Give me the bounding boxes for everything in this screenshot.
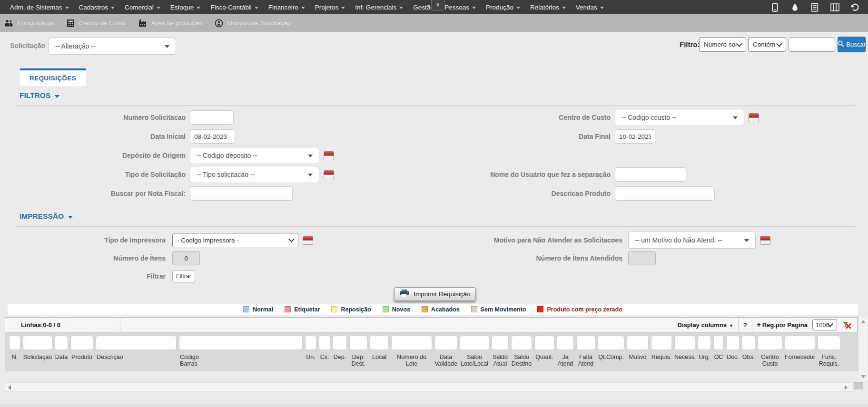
column-filter-input[interactable] — [305, 336, 316, 350]
column-filter-input[interactable] — [23, 336, 52, 350]
column-filter-input[interactable] — [557, 336, 574, 350]
menubar-item[interactable]: Inf. Gerenciais — [355, 4, 403, 11]
column-filter-input[interactable] — [333, 336, 347, 350]
filter-field-select[interactable]: Numero sol — [699, 37, 746, 52]
column-filter-input[interactable] — [713, 336, 724, 350]
horizontal-scrollbar[interactable] — [5, 382, 852, 392]
menubar-item[interactable]: Produção — [486, 4, 520, 11]
column-filter-input[interactable] — [576, 336, 595, 350]
column-filter-input[interactable] — [785, 336, 815, 350]
column-filter-input[interactable] — [598, 336, 624, 350]
printer-icon — [399, 289, 410, 299]
column-filter-input[interactable] — [651, 336, 672, 350]
column-filter-input[interactable] — [96, 336, 177, 350]
data-inicial-input[interactable] — [190, 129, 235, 144]
column-header-label: Codigo Barras — [179, 350, 207, 368]
column-filter-input[interactable] — [534, 336, 554, 350]
descricao-produto-input[interactable] — [615, 186, 715, 201]
filtros-section-header[interactable]: FILTROS — [20, 91, 59, 100]
calendar-icon[interactable] — [749, 113, 759, 122]
ink-drop-icon[interactable] — [790, 2, 799, 12]
numero-itens-atendidos-value — [628, 251, 656, 265]
column-filter-input[interactable] — [726, 336, 740, 350]
menubar-item[interactable]: Fisco-Contábil — [210, 4, 258, 11]
filter-field-value: Numero sol — [704, 41, 737, 48]
undo-icon[interactable] — [850, 2, 859, 12]
document-icon[interactable] — [810, 2, 819, 12]
menubar-items: Adm. de SistemasCadastrosComercialEstoqu… — [10, 4, 604, 11]
column-filter-input[interactable] — [349, 336, 367, 350]
column-filter-input[interactable] — [70, 336, 93, 350]
menubar-item[interactable]: Projetos — [315, 4, 345, 11]
buscar-button[interactable]: Buscar — [838, 37, 866, 52]
column-filter-input[interactable] — [319, 336, 330, 350]
calendar-icon[interactable] — [760, 236, 770, 245]
column-filter-input[interactable] — [391, 336, 432, 350]
collapse-caret-icon — [55, 95, 59, 98]
column-filter-input[interactable] — [9, 336, 20, 350]
menubar-item[interactable]: Gestão de Pessoas — [413, 4, 476, 11]
menubar-item[interactable]: Relatórios — [530, 4, 566, 11]
column-filter-input[interactable] — [511, 336, 532, 350]
help-button[interactable]: ? — [743, 321, 747, 329]
scroll-up-icon[interactable] — [861, 320, 866, 323]
quickbar-item[interactable]: Funcionários — [4, 19, 54, 27]
column-filter-input[interactable] — [460, 336, 489, 350]
menubar-item[interactable]: Financeiro — [268, 4, 305, 11]
calendar-icon[interactable] — [324, 170, 334, 179]
display-columns-button[interactable]: Display columns▼ — [678, 321, 733, 329]
column-filter-input[interactable] — [818, 336, 840, 350]
scroll-right-icon[interactable] — [845, 385, 848, 390]
column-filter-input[interactable] — [758, 336, 782, 350]
clear-filters-icon[interactable] — [842, 320, 851, 329]
filter-query-input[interactable] — [789, 37, 835, 52]
menu-expand-notch[interactable]: v — [431, 0, 444, 11]
filter-operator-select[interactable]: Contém — [748, 37, 786, 52]
columns-icon[interactable] — [830, 2, 839, 12]
legend-label: Novos — [392, 306, 410, 313]
menubar-item[interactable]: Estoque — [170, 4, 201, 11]
nome-usuario-input[interactable] — [615, 167, 686, 182]
scroll-left-icon[interactable] — [8, 385, 11, 390]
numero-solicitacao-input[interactable] — [190, 110, 234, 125]
imprimir-requisicao-button[interactable]: Imprimir Requisição — [394, 287, 476, 301]
tipo-solicitacao-label: Tipo de Solicitação — [0, 171, 186, 178]
column-filter-input[interactable] — [492, 336, 509, 350]
column-filter-input[interactable] — [742, 336, 755, 350]
quickbar-item[interactable]: Motivos de Solicitação — [215, 19, 291, 28]
request-type-dropdown[interactable]: -- Alteração -- — [49, 38, 176, 55]
calendar-icon[interactable] — [324, 151, 334, 160]
mobile-icon[interactable] — [770, 2, 779, 12]
nota-fiscal-input[interactable] — [190, 186, 293, 201]
tipo-impressora-select[interactable]: - Codigo impressora - — [172, 233, 298, 247]
grid-column: Data Validade — [434, 336, 457, 368]
column-filter-input[interactable] — [627, 336, 649, 350]
column-filter-input[interactable] — [179, 336, 303, 350]
motivo-nao-atender-dropdown[interactable]: -- um Motivo do Não Atend. -- — [628, 232, 756, 249]
quickbar-item[interactable]: Área de produção — [138, 19, 202, 27]
quickbar-item[interactable]: Centro de Custo — [67, 19, 125, 28]
menubar-item[interactable]: Comercial — [125, 4, 160, 11]
calendar-icon[interactable] — [303, 236, 313, 245]
scrollbar-thumb[interactable] — [854, 382, 863, 389]
data-final-input[interactable] — [615, 129, 655, 144]
impressao-section-header[interactable]: IMPRESSÃO — [20, 212, 73, 221]
deposito-origem-dropdown[interactable]: -- Codigo deposito -- — [190, 147, 319, 164]
column-filter-input[interactable] — [55, 336, 68, 350]
column-filter-input[interactable] — [434, 336, 457, 350]
column-filter-input[interactable] — [674, 336, 695, 350]
column-filter-input[interactable] — [698, 336, 711, 350]
column-header-label: Fornecedor — [785, 350, 815, 368]
column-header-label: Doc. — [726, 350, 740, 368]
centro-custo-dropdown[interactable]: -- Codigo ccusto -- — [615, 109, 744, 126]
menubar-item[interactable]: Cadastros — [79, 4, 115, 11]
per-page-select[interactable]: 1000 — [812, 319, 837, 330]
scroll-down-icon[interactable] — [861, 375, 866, 378]
menubar-item[interactable]: Adm. de Sistemas — [10, 4, 69, 11]
tab-requisicoes[interactable]: REQUISIÇÕES — [20, 68, 86, 86]
column-filter-input[interactable] — [370, 336, 389, 350]
menubar-item[interactable]: Vendas — [576, 4, 604, 11]
tipo-solicitacao-dropdown[interactable]: -- Tipo solicitacao -- — [190, 166, 319, 183]
vertical-scrollbar[interactable] — [859, 317, 867, 381]
filtrar-button[interactable]: Filtrar — [172, 270, 195, 282]
